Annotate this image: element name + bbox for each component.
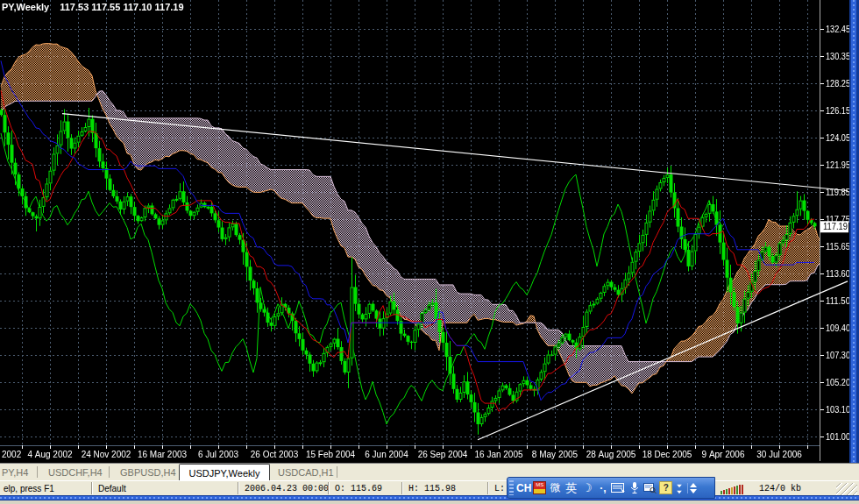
window-right-border [849,0,859,465]
tab-gbpusd-h4[interactable]: GBPUSD,H4 [120,467,176,478]
statusbar-separator [401,482,403,494]
chart-tabs-bar: PY,H4 USDCHF,H4 GBPUSD,H4 USDJPY,Weekly … [0,463,859,480]
taskbar-edge [0,500,859,504]
ime-softkeyboard-icon[interactable] [611,479,626,496]
ime-char-mode-icon[interactable]: 微 [548,479,563,496]
ime-drag-handle[interactable] [509,480,514,495]
status-open-value: O: 115.69 [335,484,382,493]
ime-fullwidth-moon-icon[interactable]: ☽ [579,479,594,496]
statusbar-separator [91,482,93,494]
status-help-text: elp, press F1 [4,484,54,493]
ime-english-mode-icon[interactable]: 英 [564,479,579,496]
status-high-value: H: 115.98 [408,484,456,493]
tab-separator [37,466,38,478]
tab-separator [337,466,337,478]
ime-language-button[interactable]: CH [516,479,531,496]
statusbar-separator [238,482,239,494]
status-low-value: L: [494,484,505,493]
trading-platform-window: PY,H4 USDCHF,H4 GBPUSD,H4 USDJPY,Weekly … [0,0,859,504]
ime-tools-icon[interactable] [642,479,657,496]
ime-help-button[interactable]: ? [658,479,673,496]
tab-usdjpy-weekly-active[interactable]: USDJPY,Weekly [179,464,270,480]
tab-usdjpy-h4[interactable]: PY,H4 [2,467,28,478]
status-traffic-text: 124/0 kb [759,484,801,493]
status-bar-time: 2006.04.23 00:00 [245,484,329,493]
tab-usdcad-h1[interactable]: USDCAD,H1 [278,467,334,478]
ime-options-chevron[interactable] [674,482,685,494]
network-traffic-icon [721,484,745,494]
statusbar-separator [328,482,330,494]
status-bar: elp, press F1 Default 2006.04.23 00:00 O… [0,480,859,495]
window-resize-grip[interactable] [836,483,857,495]
status-profile: Default [98,484,126,493]
chart-canvas[interactable] [0,0,859,463]
statusbar-separator [487,482,489,494]
ime-punctuation-icon[interactable]: ·, [595,479,610,496]
ime-language-bar: CH MS 微 英 ☽ ·, ? [507,477,715,499]
ime-microphone-icon[interactable] [627,479,642,496]
ime-mspy-icon[interactable]: MS [532,479,547,496]
tab-separator [109,466,110,478]
ime-minimize-arrows[interactable] [687,483,698,493]
tab-usdchf-h4[interactable]: USDCHF,H4 [48,467,103,478]
